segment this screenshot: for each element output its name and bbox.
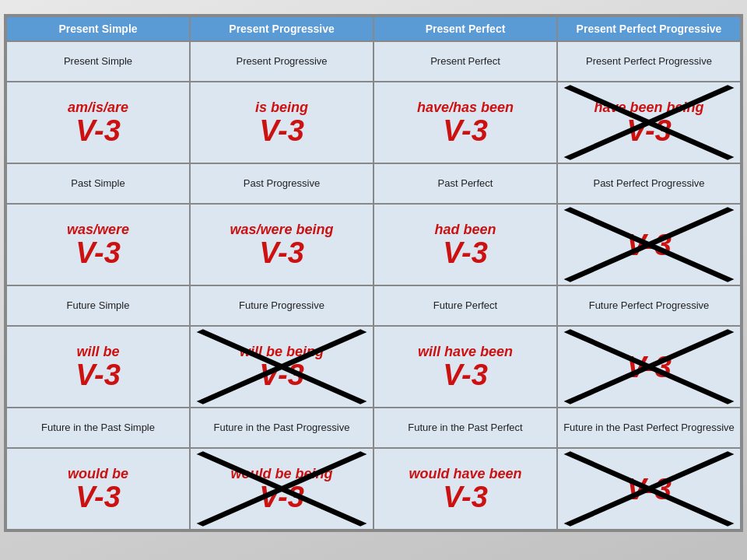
column-header-1: Present Progressive <box>190 16 374 41</box>
label-cell-0-3: Present Perfect Progressive <box>557 41 741 82</box>
content-cell-3-0: would beV-3 <box>6 448 190 530</box>
v3-text-3-2: V-3 <box>443 482 488 512</box>
v3-text-0-2: V-3 <box>443 116 488 145</box>
label-cell-2-3: Future Perfect Progressive <box>557 285 741 326</box>
content-cell-2-2: will have beenV-3 <box>374 326 557 408</box>
content-cell-3-2: would have beenV-3 <box>374 448 557 530</box>
label-row-0: Present SimplePresent ProgressivePresent… <box>6 41 741 82</box>
aux-text-3-1: would be being <box>231 467 333 482</box>
aux-text-1-2: had been <box>434 222 496 238</box>
aux-text-0-3: have been being <box>594 100 703 116</box>
content-cell-0-1: is beingV-3 <box>190 82 374 163</box>
v3-text-0-3: V-3 <box>626 116 672 145</box>
aux-text-0-0: am/is/are <box>68 100 128 116</box>
content-cell-3-3: V-3 <box>557 448 741 530</box>
aux-text-1-0: was/were <box>67 222 129 238</box>
aux-text-1-1: was/were being <box>230 222 333 238</box>
v3-text-1-3: V-3 <box>626 230 672 260</box>
label-cell-0-0: Present Simple <box>6 41 190 82</box>
label-cell-3-3: Future in the Past Perfect Progressive <box>557 408 741 448</box>
v3-text-1-0: V-3 <box>75 238 121 268</box>
v3-text-1-2: V-3 <box>443 238 488 268</box>
aux-text-0-2: have/has been <box>417 100 514 116</box>
content-cell-0-2: have/has beenV-3 <box>374 82 557 163</box>
v3-text-2-2: V-3 <box>443 360 488 390</box>
v3-text-3-3: V-3 <box>626 474 672 504</box>
column-header-0: Present Simple <box>6 16 190 41</box>
content-cell-1-0: was/wereV-3 <box>6 204 190 285</box>
content-cell-2-1: will be beingV-3 <box>190 326 374 408</box>
content-cell-1-3: V-3 <box>557 204 741 285</box>
label-cell-2-0: Future Simple <box>6 285 190 326</box>
v3-text-1-1: V-3 <box>259 238 304 268</box>
content-cell-1-1: was/were beingV-3 <box>190 204 374 285</box>
content-cell-3-1: would be beingV-3 <box>190 448 374 530</box>
aux-text-2-1: will be being <box>240 345 324 360</box>
label-cell-3-2: Future in the Past Perfect <box>374 408 557 448</box>
label-cell-2-2: Future Perfect <box>374 285 557 326</box>
column-header-3: Present Perfect Progressive <box>557 16 741 41</box>
v3-text-3-0: V-3 <box>75 482 121 512</box>
content-row-0: am/is/areV-3is beingV-3have/has beenV-3h… <box>6 82 741 163</box>
content-row-1: was/wereV-3was/were beingV-3had beenV-3V… <box>6 204 741 285</box>
label-cell-1-0: Past Simple <box>6 163 190 204</box>
content-row-2: will beV-3will be beingV-3 will have bee… <box>6 326 741 408</box>
label-cell-1-3: Past Perfect Progressive <box>557 163 741 204</box>
label-cell-1-2: Past Perfect <box>374 163 557 204</box>
aux-text-0-1: is being <box>255 100 308 116</box>
table-header: Present SimplePresent ProgressivePresent… <box>6 16 741 41</box>
content-cell-0-0: am/is/areV-3 <box>6 82 190 163</box>
aux-text-3-2: would have been <box>409 467 521 482</box>
label-row-1: Past SimplePast ProgressivePast PerfectP… <box>6 163 741 204</box>
content-cell-2-0: will beV-3 <box>6 326 190 408</box>
column-header-2: Present Perfect <box>374 16 557 41</box>
v3-text-2-0: V-3 <box>75 360 121 390</box>
content-row-3: would beV-3would be beingV-3 would have … <box>6 448 741 530</box>
v3-text-2-1: V-3 <box>259 360 304 390</box>
v3-text-2-3: V-3 <box>626 352 672 382</box>
label-cell-3-1: Future in the Past Progressive <box>190 408 374 448</box>
label-cell-1-1: Past Progressive <box>190 163 374 204</box>
label-cell-0-1: Present Progressive <box>190 41 374 82</box>
aux-text-2-2: will have been <box>418 345 513 360</box>
content-cell-1-2: had beenV-3 <box>374 204 557 285</box>
aux-text-3-0: would be <box>68 467 128 482</box>
v3-text-0-1: V-3 <box>259 116 304 145</box>
v3-text-0-0: V-3 <box>75 116 121 145</box>
v3-text-3-1: V-3 <box>259 482 304 512</box>
label-row-2: Future SimpleFuture ProgressiveFuture Pe… <box>6 285 741 326</box>
content-cell-2-3: V-3 <box>557 326 741 408</box>
passive-voice-table: Present SimplePresent ProgressivePresent… <box>4 14 743 532</box>
content-cell-0-3: have been beingV-3 <box>557 82 741 163</box>
label-cell-0-2: Present Perfect <box>374 41 557 82</box>
label-cell-3-0: Future in the Past Simple <box>6 408 190 448</box>
label-cell-2-1: Future Progressive <box>190 285 374 326</box>
aux-text-2-0: will be <box>76 345 119 360</box>
label-row-3: Future in the Past SimpleFuture in the P… <box>6 408 741 448</box>
